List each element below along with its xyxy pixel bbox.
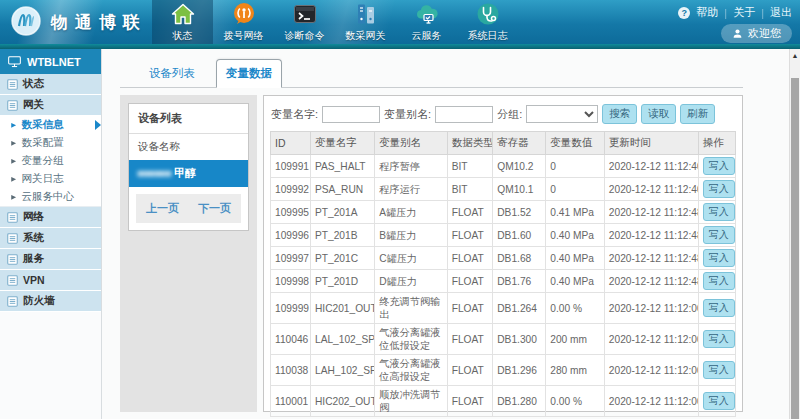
sidebar-brand-label: WTBLNET [27,56,81,68]
cell-time: 2020-12-12 11:12:00 [604,324,698,355]
device-name-masked: ■■■■■■ [137,167,171,179]
read-button[interactable]: 读取 [641,104,676,124]
cell-action: 写入 [698,224,735,247]
write-button[interactable]: 写入 [703,299,735,317]
cell-alias: D罐压力 [375,270,448,293]
list-icon [7,212,18,223]
column-header: 变量数值 [546,132,605,155]
write-button[interactable]: 写入 [703,272,735,290]
column-header: ID [271,132,311,155]
device-item-selected[interactable]: ■■■■■■ 甲醇 [129,160,248,187]
sidebar-subitem-label: 数采配置 [21,136,63,150]
cell-time: 2020-12-12 11:12:40 [604,178,698,201]
write-button[interactable]: 写入 [703,249,735,267]
write-button[interactable]: 写入 [703,180,735,198]
cell-time: 2020-12-12 11:12:48 [604,247,698,270]
cell-type: BIT [447,178,493,201]
list-icon [7,296,18,307]
sidebar-subitem[interactable]: ▶网关日志 [0,170,101,188]
device-pagination: 上一页 下一页 [136,194,241,223]
sidebar-item[interactable]: VPN [0,270,101,291]
top-link-0[interactable]: 帮助 [696,5,718,20]
nav-item-cloud-service[interactable]: 云服务 [396,0,457,44]
cell-type: FLOAT [447,355,493,386]
write-button[interactable]: 写入 [703,361,735,379]
cell-type: FLOAT [447,270,493,293]
device-prev-button[interactable]: 上一页 [146,201,179,216]
sidebar-item[interactable]: 服务 [0,249,101,270]
column-header: 操作 [698,132,735,155]
nav-item-home[interactable]: 状态 [152,0,213,44]
cell-value: 0.41 MPa [546,201,605,224]
top-link-1[interactable]: 关于 [733,5,755,20]
cell-name: PT_201A [310,201,374,224]
group-select[interactable] [526,105,598,123]
cell-alias: 程序暂停 [375,155,448,178]
top-link-2[interactable]: 退出 [770,5,792,20]
device-list-title: 设备列表 [129,104,248,134]
nav-item-label: 数采网关 [346,29,386,43]
cell-id: 109999 [271,293,311,324]
nav-item-system-log[interactable]: 系统日志 [457,0,518,44]
cell-action: 写入 [698,355,735,386]
scrollbar[interactable]: ▲ [789,49,800,419]
cell-id: 109998 [271,270,311,293]
nav-item-gateway[interactable]: 数采网关 [335,0,396,44]
tab-0[interactable]: 设备列表 [140,60,204,87]
user-icon [732,28,743,39]
write-button[interactable]: 写入 [703,330,735,348]
tab-1[interactable]: 变量数据 [216,59,282,88]
welcome-label: 欢迎您 [748,26,781,41]
sidebar-item[interactable]: 网关 [0,95,101,116]
write-button[interactable]: 写入 [703,203,735,221]
home-icon [170,2,195,27]
scroll-up-icon[interactable]: ▲ [790,49,800,62]
var-name-label: 变量名字: [271,107,318,122]
scrollbar-thumb[interactable] [791,78,799,419]
table-row: 109996PT_201BB罐压力FLOATDB1.600.40 MPa2020… [271,224,736,247]
sidebar-item-label: 状态 [23,77,44,91]
device-name-column-header: 设备名称 [129,134,248,160]
sidebar-item[interactable]: 防火墙 [0,291,101,312]
cell-alias: 程序运行 [375,178,448,201]
nav-item-label: 状态 [173,29,193,43]
cell-time: 2020-12-12 11:12:48 [604,224,698,247]
list-icon [7,254,18,265]
cell-register: DB1.280 [493,386,546,417]
logo-icon [10,5,42,39]
cell-register: DB1.68 [493,247,546,270]
chevron-right-icon: ▶ [11,121,16,128]
brand-title: 物通博联 [51,11,147,34]
cell-action: 写入 [698,201,735,224]
sidebar-item[interactable]: 网络 [0,207,101,228]
cell-name: PAS_HALT [310,155,374,178]
cell-id: 110046 [271,324,311,355]
cell-name: PT_201B [310,224,374,247]
cell-type: FLOAT [447,224,493,247]
cell-register: DB1.60 [493,224,546,247]
sidebar-subitem[interactable]: ▶数采配置 [0,134,101,152]
tab-bar: 设备列表变量数据 [120,59,743,88]
cell-action: 写入 [698,178,735,201]
search-button[interactable]: 搜索 [602,104,637,124]
var-alias-label: 变量别名: [384,107,431,122]
nav-item-terminal[interactable]: 诊断命令 [274,0,335,44]
sidebar-item[interactable]: 状态 [0,74,101,95]
var-name-input[interactable] [322,106,380,123]
write-button[interactable]: 写入 [703,226,735,244]
cell-id: 109991 [271,155,311,178]
refresh-button[interactable]: 刷新 [680,104,715,124]
sidebar-subitem[interactable]: ▶云服务中心 [0,188,101,206]
user-welcome-button[interactable]: 欢迎您 [721,24,792,43]
sidebar-subitem[interactable]: ▶数采信息 [0,116,101,134]
table-row: 110038LAH_102_SP气液分离罐液位高报设定FLOATDB1.2962… [271,355,736,386]
sidebar-item[interactable]: 系统 [0,228,101,249]
write-button[interactable]: 写入 [703,392,735,410]
nav-item-label: 诊断命令 [285,29,325,43]
var-alias-input[interactable] [435,106,493,123]
column-header: 数据类型 [447,132,493,155]
write-button[interactable]: 写入 [703,157,735,175]
device-next-button[interactable]: 下一页 [198,201,231,216]
nav-item-dial-network[interactable]: 拨号网络 [213,0,274,44]
sidebar-subitem[interactable]: ▶变量分组 [0,152,101,170]
